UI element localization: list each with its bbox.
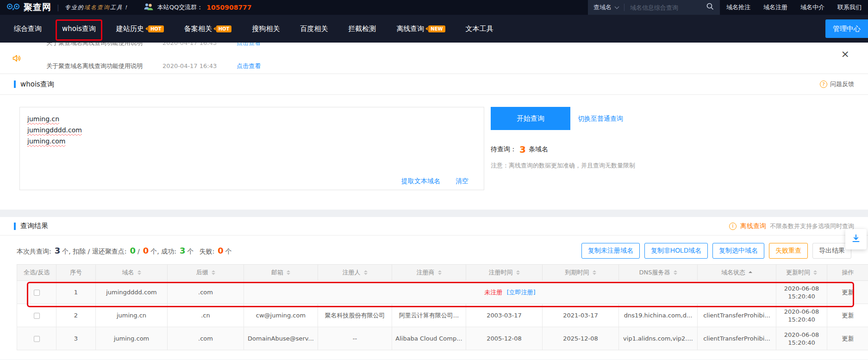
divider [624,4,624,11]
row-dns: dns19.hichina.com,d... [619,304,698,327]
table-row: 1 jumingdddd.com .com 未注册 [立即注册] 2020-06… [17,281,868,304]
refresh-row-link[interactable]: 更新 [842,335,854,342]
refresh-row-link[interactable]: 更新 [842,289,854,296]
row-checkbox[interactable] [34,313,40,319]
row-status: clientTransferProhibi... [698,327,776,350]
top-link-domain-register[interactable]: 域名注册 [757,3,794,12]
sort-icon[interactable] [674,270,677,275]
announcement-view-link[interactable]: 点击查看 [237,43,261,46]
search-category-select[interactable]: 查域名 [593,3,612,12]
new-badge: NEW [428,25,445,32]
sort-icon[interactable] [287,270,290,275]
svg-text:,: , [12,4,15,11]
row-exp-date: 2021-03-17 [543,304,619,327]
nav-item-text-tools[interactable]: 文本工具 [466,25,493,33]
announcement-item: 关于聚查域名离线查询功能使用说明 2020-04-17 16:43 点击查看 [46,60,261,72]
nav-item-icp-related[interactable]: 备案相关HOT [184,25,232,33]
sort-icon[interactable] [516,270,520,275]
speaker-icon [12,54,21,65]
admin-center-button[interactable]: 管理中心 [825,19,868,38]
col-action: 操作 [827,265,868,281]
success-count: 3 [180,246,186,255]
nav-item-sogou-related[interactable]: 搜狗相关 [252,25,280,33]
row-reg-date: 2003-03-17 [466,304,543,327]
main-nav: 综合查询 whois查询 建站历史HOT 备案相关HOT 搜狗相关 百度相关 拦… [0,15,868,43]
feedback-link[interactable]: ? 问题反馈 [820,80,854,88]
refresh-row-link[interactable]: 更新 [842,312,854,319]
qq-group-number: 1050908777 [206,4,251,11]
download-icon [851,234,861,245]
col-email[interactable]: 邮箱 [244,265,318,281]
row-email: DomainAbuse@serv... [244,327,318,350]
retry-failed-button[interactable]: 失败重查 [769,243,808,259]
sort-icon[interactable] [593,270,596,275]
chevron-down-icon [615,5,619,9]
site-logo[interactable]: , 聚查网 [6,1,51,13]
nav-item-offline-query[interactable]: 离线查询NEW [396,25,445,33]
nav-item-baidu-related[interactable]: 百度相关 [300,25,328,33]
nav-item-comprehensive-query[interactable]: 综合查询 [14,25,42,33]
extract-domains-link[interactable]: 提取文本域名 [401,177,440,185]
top-bar: , 聚查网 | 专业的域名查询工具！ 本站QQ交流群： 1050908777 查… [0,0,868,15]
download-results-button[interactable] [845,229,867,249]
title-accent-bar [14,223,16,230]
sort-asc-icon[interactable] [749,271,752,274]
domain-input-line: juming.cn [27,113,59,124]
result-actions: 复制未注册域名 复制非HOLD域名 复制选中域名 失败重查 导出结果 [581,243,851,259]
col-status[interactable]: 域名状态 [698,265,776,281]
deduct-count: 0 [130,246,136,255]
top-link-domain-broker[interactable]: 域名中介 [794,3,831,12]
col-updated[interactable]: 更新时间 [776,265,827,281]
row-domain: juming.com [96,327,168,350]
select-all-header[interactable]: 全选/反选 [17,265,56,281]
announcement-item: 关于聚查域名离线查询功能使用说明 2020-04-17 16:43 点击查看 [46,43,261,49]
pending-suffix: 条域名 [529,145,548,154]
col-suffix[interactable]: 后缀 [168,265,244,281]
top-link-domain-snatch[interactable]: 域名抢注 [720,3,757,12]
col-registrar[interactable]: 注册商 [392,265,466,281]
domain-search-box: 查域名 [588,0,720,15]
search-input[interactable] [630,4,706,11]
top-link-contact-us[interactable]: 联系我们 [831,3,868,12]
col-domain[interactable]: 域名 [96,265,168,281]
col-index: 序号 [56,265,96,281]
row-suffix: .cn [168,304,244,327]
pending-label: 待查询： [491,145,517,154]
copy-selected-button[interactable]: 复制选中域名 [712,243,764,259]
offline-query-link[interactable]: 离线查询 [740,222,766,230]
site-name: 聚查网 [24,1,51,13]
col-dns[interactable]: DNS服务器 [619,265,698,281]
copy-nonhold-button[interactable]: 复制非HOLD域名 [644,243,708,259]
nav-item-site-history[interactable]: 建站历史HOT [116,25,164,33]
sort-icon[interactable] [137,270,141,275]
col-registrant[interactable]: 注册人 [318,265,392,281]
col-exp-date[interactable]: 到期时间 [543,265,619,281]
sort-icon[interactable] [212,270,215,275]
sort-icon[interactable] [364,270,368,275]
qq-group: 本站QQ交流群： 1050908777 [144,3,252,12]
unregistered-cell: 未注册 [立即注册] [244,281,776,304]
row-updated: 2020-06-08 15:20:40 [776,327,827,350]
switch-normal-query-link[interactable]: 切换至普通查询 [578,107,623,130]
row-index: 1 [56,281,96,304]
row-checkbox[interactable] [34,290,40,296]
register-now-link[interactable]: [立即注册] [506,289,535,296]
qq-group-icon [144,3,154,12]
close-icon[interactable]: × [841,49,849,59]
col-reg-date[interactable]: 注册时间 [466,265,543,281]
sort-icon[interactable] [438,270,442,275]
top-links: 域名抢注 域名注册 域名中介 联系我们 [720,3,868,12]
row-checkbox[interactable] [34,336,40,342]
search-icon[interactable] [706,2,714,12]
row-registrant: -- [318,327,392,350]
sort-icon[interactable] [813,270,817,275]
nav-item-block-detect[interactable]: 拦截检测 [348,25,376,33]
clear-link[interactable]: 清空 [456,177,468,185]
total-count: 3 [55,246,61,255]
start-query-button[interactable]: 开始查询 [491,107,570,130]
info-circle-icon: i [729,223,737,230]
copy-unregistered-button[interactable]: 复制未注册域名 [581,243,640,259]
whois-section-header: whois查询 ? 问题反馈 [0,74,868,95]
announcement-view-link[interactable]: 点击查看 [237,62,261,69]
nav-item-whois-query[interactable]: whois查询 [62,25,96,33]
